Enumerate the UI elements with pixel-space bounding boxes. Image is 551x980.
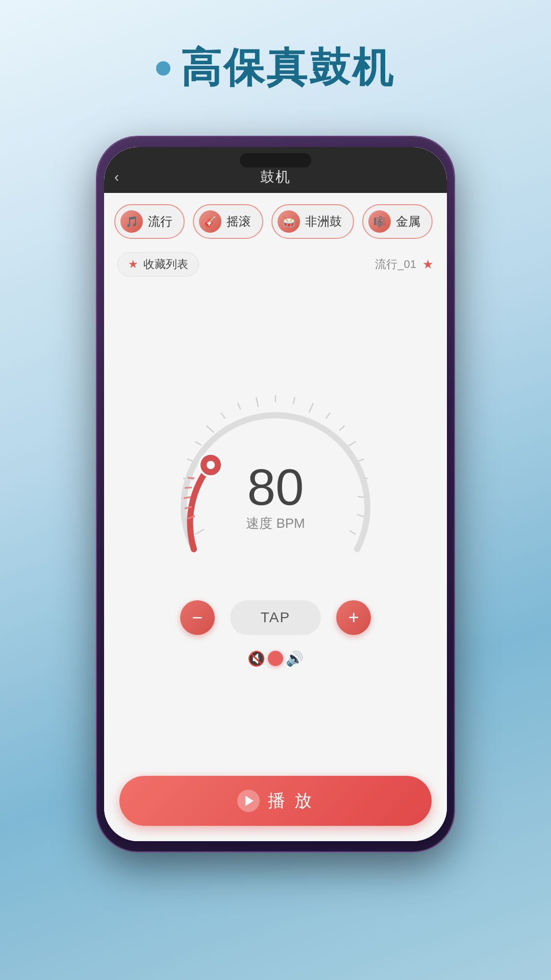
svg-line-8: [238, 403, 241, 409]
app-header: 高保真鼓机: [156, 41, 395, 96]
increase-bpm-button[interactable]: +: [336, 600, 371, 635]
current-track-name: 流行_01: [375, 257, 416, 272]
play-triangle-icon: [245, 796, 254, 806]
volume-mute-icon[interactable]: 🔇: [247, 650, 265, 667]
screen-title: 鼓机: [260, 167, 291, 187]
phone-screen: ‹ 鼓机 🎵 流行 🎸 摇滚 🥁 非洲鼓: [104, 147, 447, 841]
svg-line-27: [188, 478, 194, 478]
svg-line-20: [349, 531, 356, 534]
svg-line-11: [293, 397, 295, 404]
svg-line-6: [207, 426, 214, 432]
genre-metal-icon: 🎼: [368, 210, 391, 233]
tap-controls-row: − TAP +: [180, 600, 371, 635]
svg-line-15: [347, 442, 356, 447]
svg-line-14: [339, 426, 344, 430]
dial-container: generate ticks: [104, 282, 447, 766]
svg-line-12: [309, 403, 313, 412]
screen-content: 🎵 流行 🎸 摇滚 🥁 非洲鼓 🎼 金属 ★: [104, 193, 447, 841]
volume-thumb[interactable]: [268, 651, 283, 666]
genre-metal-label: 金属: [396, 213, 420, 230]
play-icon-circle: [237, 790, 260, 812]
genre-african-label: 非洲鼓: [305, 213, 342, 230]
navigation-bar: ‹ 鼓机: [104, 147, 447, 193]
bpm-dial[interactable]: generate ticks: [153, 376, 398, 590]
genre-tab-popular[interactable]: 🎵 流行: [114, 204, 185, 239]
genre-popular-icon: 🎵: [120, 210, 143, 233]
bpm-unit-label: 速度 BPM: [246, 514, 305, 532]
svg-line-9: [256, 397, 258, 407]
bpm-display: 80 速度 BPM: [246, 461, 305, 532]
favorites-star-icon: ★: [128, 258, 138, 271]
genre-african-icon: 🥁: [278, 210, 300, 233]
svg-line-0: [195, 529, 204, 534]
volume-row: 🔇 🔊: [227, 645, 324, 672]
genre-tab-metal[interactable]: 🎼 金属: [362, 204, 433, 239]
genre-rock-icon: 🎸: [199, 210, 221, 233]
svg-line-7: [221, 412, 225, 418]
favorites-label: 收藏列表: [143, 257, 188, 272]
blue-dot-decoration: [156, 61, 170, 76]
svg-line-5: [195, 442, 201, 445]
current-track-display: 流行_01 ★: [375, 257, 434, 272]
volume-loud-icon: 🔊: [286, 650, 304, 667]
bpm-value: 80: [246, 461, 305, 512]
play-button-label: 播 放: [268, 789, 313, 813]
play-button-row: 播 放: [104, 766, 447, 841]
page-title: 高保真鼓机: [181, 41, 395, 96]
genre-rock-label: 摇滚: [227, 213, 251, 230]
phone-frame: ‹ 鼓机 🎵 流行 🎸 摇滚 🥁 非洲鼓: [97, 137, 454, 851]
svg-line-19: [357, 514, 364, 516]
svg-line-26: [185, 487, 192, 488]
genre-popular-label: 流行: [148, 213, 172, 230]
genre-tabs-row: 🎵 流行 🎸 摇滚 🥁 非洲鼓 🎼 金属: [104, 193, 447, 247]
svg-line-25: [184, 497, 191, 498]
favorites-row: ★ 收藏列表 流行_01 ★: [104, 247, 447, 282]
play-button[interactable]: 播 放: [119, 776, 432, 826]
svg-point-22: [207, 461, 215, 469]
genre-tab-african[interactable]: 🥁 非洲鼓: [271, 204, 354, 239]
current-track-star-icon[interactable]: ★: [422, 257, 434, 272]
genre-tab-rock[interactable]: 🎸 摇滚: [193, 204, 263, 239]
svg-line-13: [326, 412, 330, 418]
back-button[interactable]: ‹: [114, 169, 119, 185]
favorites-button[interactable]: ★ 收藏列表: [117, 252, 199, 277]
decrease-bpm-button[interactable]: −: [180, 600, 215, 635]
tap-button[interactable]: TAP: [230, 600, 321, 635]
